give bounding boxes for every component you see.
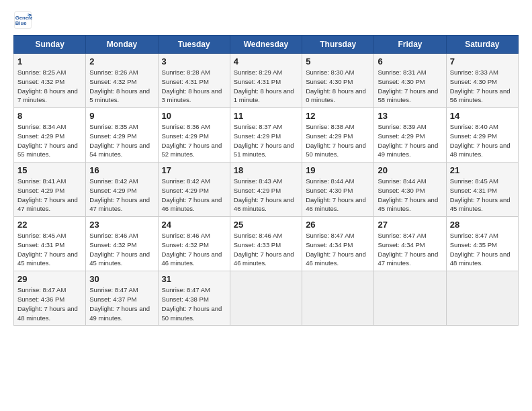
day-detail: Sunrise: 8:47 AMSunset: 4:34 PMDaylight:… <box>306 231 370 268</box>
svg-text:General: General <box>15 15 32 21</box>
day-detail: Sunrise: 8:44 AMSunset: 4:30 PMDaylight:… <box>306 177 370 214</box>
day-detail: Sunrise: 8:46 AMSunset: 4:33 PMDaylight:… <box>234 231 298 268</box>
day-number: 4 <box>234 56 298 66</box>
calendar-cell: 22Sunrise: 8:45 AMSunset: 4:31 PMDayligh… <box>14 217 86 271</box>
day-number: 11 <box>234 111 298 121</box>
day-detail: Sunrise: 8:41 AMSunset: 4:29 PMDaylight:… <box>17 177 82 214</box>
page: General Blue SundayMondayTuesdayWednesda… <box>0 0 532 332</box>
day-detail: Sunrise: 8:31 AMSunset: 4:30 PMDaylight:… <box>378 68 442 105</box>
calendar-cell: 25Sunrise: 8:46 AMSunset: 4:33 PMDayligh… <box>230 217 302 271</box>
day-detail: Sunrise: 8:30 AMSunset: 4:30 PMDaylight:… <box>306 68 370 105</box>
calendar-cell: 6Sunrise: 8:31 AMSunset: 4:30 PMDaylight… <box>374 54 446 108</box>
day-detail: Sunrise: 8:39 AMSunset: 4:29 PMDaylight:… <box>378 122 442 159</box>
day-number: 29 <box>17 274 82 284</box>
calendar-cell <box>446 271 518 326</box>
day-detail: Sunrise: 8:33 AMSunset: 4:30 PMDaylight:… <box>450 68 515 105</box>
day-detail: Sunrise: 8:47 AMSunset: 4:36 PMDaylight:… <box>17 285 82 322</box>
calendar-cell: 17Sunrise: 8:42 AMSunset: 4:29 PMDayligh… <box>158 163 230 217</box>
day-number: 25 <box>234 220 298 230</box>
day-detail: Sunrise: 8:46 AMSunset: 4:32 PMDaylight:… <box>162 231 226 268</box>
day-detail: Sunrise: 8:34 AMSunset: 4:29 PMDaylight:… <box>17 122 82 159</box>
calendar-cell: 10Sunrise: 8:36 AMSunset: 4:29 PMDayligh… <box>158 108 230 163</box>
calendar-cell: 16Sunrise: 8:42 AMSunset: 4:29 PMDayligh… <box>86 163 158 217</box>
col-header-saturday: Saturday <box>446 36 518 54</box>
day-detail: Sunrise: 8:47 AMSunset: 4:37 PMDaylight:… <box>89 285 154 322</box>
day-number: 27 <box>378 220 442 230</box>
calendar-cell: 8Sunrise: 8:34 AMSunset: 4:29 PMDaylight… <box>14 108 86 163</box>
day-number: 15 <box>17 165 82 175</box>
calendar-table: SundayMondayTuesdayWednesdayThursdayFrid… <box>13 35 519 326</box>
day-detail: Sunrise: 8:47 AMSunset: 4:38 PMDaylight:… <box>162 285 226 322</box>
day-number: 28 <box>450 220 515 230</box>
day-detail: Sunrise: 8:38 AMSunset: 4:29 PMDaylight:… <box>306 122 370 159</box>
day-detail: Sunrise: 8:45 AMSunset: 4:31 PMDaylight:… <box>450 177 515 214</box>
col-header-sunday: Sunday <box>14 36 86 54</box>
day-detail: Sunrise: 8:37 AMSunset: 4:29 PMDaylight:… <box>234 122 298 159</box>
day-number: 13 <box>378 111 442 121</box>
calendar-cell: 9Sunrise: 8:35 AMSunset: 4:29 PMDaylight… <box>86 108 158 163</box>
calendar-cell: 14Sunrise: 8:40 AMSunset: 4:29 PMDayligh… <box>446 108 518 163</box>
calendar-cell: 31Sunrise: 8:47 AMSunset: 4:38 PMDayligh… <box>158 271 230 326</box>
day-number: 16 <box>89 165 154 175</box>
calendar-cell: 23Sunrise: 8:46 AMSunset: 4:32 PMDayligh… <box>86 217 158 271</box>
calendar-cell: 13Sunrise: 8:39 AMSunset: 4:29 PMDayligh… <box>374 108 446 163</box>
calendar-cell: 12Sunrise: 8:38 AMSunset: 4:29 PMDayligh… <box>302 108 374 163</box>
day-number: 7 <box>450 56 515 66</box>
calendar-cell: 18Sunrise: 8:43 AMSunset: 4:29 PMDayligh… <box>230 163 302 217</box>
col-header-monday: Monday <box>86 36 158 54</box>
calendar-cell: 3Sunrise: 8:28 AMSunset: 4:31 PMDaylight… <box>158 54 230 108</box>
day-number: 14 <box>450 111 515 121</box>
calendar-cell: 28Sunrise: 8:47 AMSunset: 4:35 PMDayligh… <box>446 217 518 271</box>
calendar-cell <box>302 271 374 326</box>
calendar-cell: 21Sunrise: 8:45 AMSunset: 4:31 PMDayligh… <box>446 163 518 217</box>
col-header-tuesday: Tuesday <box>158 36 230 54</box>
calendar-cell: 30Sunrise: 8:47 AMSunset: 4:37 PMDayligh… <box>86 271 158 326</box>
day-number: 23 <box>89 220 154 230</box>
day-number: 30 <box>89 274 154 284</box>
day-detail: Sunrise: 8:29 AMSunset: 4:31 PMDaylight:… <box>234 68 298 105</box>
calendar-cell <box>230 271 302 326</box>
day-number: 6 <box>378 56 442 66</box>
col-header-thursday: Thursday <box>302 36 374 54</box>
day-detail: Sunrise: 8:47 AMSunset: 4:34 PMDaylight:… <box>378 231 442 268</box>
calendar-cell: 4Sunrise: 8:29 AMSunset: 4:31 PMDaylight… <box>230 54 302 108</box>
calendar-cell: 29Sunrise: 8:47 AMSunset: 4:36 PMDayligh… <box>14 271 86 326</box>
calendar-cell: 15Sunrise: 8:41 AMSunset: 4:29 PMDayligh… <box>14 163 86 217</box>
day-detail: Sunrise: 8:36 AMSunset: 4:29 PMDaylight:… <box>162 122 226 159</box>
calendar-cell: 26Sunrise: 8:47 AMSunset: 4:34 PMDayligh… <box>302 217 374 271</box>
calendar-cell: 11Sunrise: 8:37 AMSunset: 4:29 PMDayligh… <box>230 108 302 163</box>
day-number: 5 <box>306 56 370 66</box>
day-number: 18 <box>234 165 298 175</box>
calendar-cell: 7Sunrise: 8:33 AMSunset: 4:30 PMDaylight… <box>446 54 518 108</box>
day-number: 1 <box>17 56 82 66</box>
day-number: 21 <box>450 165 515 175</box>
day-detail: Sunrise: 8:28 AMSunset: 4:31 PMDaylight:… <box>162 68 226 105</box>
col-header-friday: Friday <box>374 36 446 54</box>
calendar-cell: 20Sunrise: 8:44 AMSunset: 4:30 PMDayligh… <box>374 163 446 217</box>
day-detail: Sunrise: 8:25 AMSunset: 4:32 PMDaylight:… <box>17 68 82 105</box>
day-number: 26 <box>306 220 370 230</box>
logo-icon: General Blue <box>13 11 32 30</box>
day-number: 19 <box>306 165 370 175</box>
day-number: 10 <box>162 111 226 121</box>
day-number: 22 <box>17 220 82 230</box>
day-detail: Sunrise: 8:46 AMSunset: 4:32 PMDaylight:… <box>89 231 154 268</box>
day-number: 3 <box>162 56 226 66</box>
header: General Blue <box>13 11 519 30</box>
day-number: 24 <box>162 220 226 230</box>
col-header-wednesday: Wednesday <box>230 36 302 54</box>
calendar-cell: 27Sunrise: 8:47 AMSunset: 4:34 PMDayligh… <box>374 217 446 271</box>
day-number: 31 <box>162 274 226 284</box>
calendar-cell: 24Sunrise: 8:46 AMSunset: 4:32 PMDayligh… <box>158 217 230 271</box>
day-detail: Sunrise: 8:45 AMSunset: 4:31 PMDaylight:… <box>17 231 82 268</box>
day-detail: Sunrise: 8:42 AMSunset: 4:29 PMDaylight:… <box>89 177 154 214</box>
day-detail: Sunrise: 8:26 AMSunset: 4:32 PMDaylight:… <box>89 68 154 105</box>
logo: General Blue <box>13 11 32 30</box>
calendar-cell: 2Sunrise: 8:26 AMSunset: 4:32 PMDaylight… <box>86 54 158 108</box>
calendar-cell <box>374 271 446 326</box>
day-detail: Sunrise: 8:44 AMSunset: 4:30 PMDaylight:… <box>378 177 442 214</box>
day-number: 17 <box>162 165 226 175</box>
day-number: 2 <box>89 56 154 66</box>
day-number: 12 <box>306 111 370 121</box>
day-detail: Sunrise: 8:42 AMSunset: 4:29 PMDaylight:… <box>162 177 226 214</box>
